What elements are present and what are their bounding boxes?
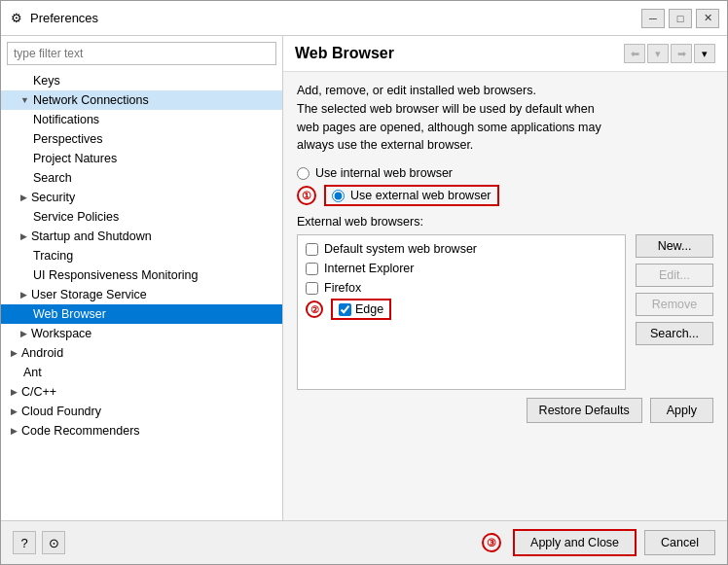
window-controls: ─ □ ✕ [641,9,719,28]
back-button[interactable]: ⬅ [624,44,645,63]
close-button[interactable]: ✕ [696,9,719,28]
new-button[interactable]: New... [636,234,713,258]
preferences-dialog: ⚙ Preferences ─ □ ✕ Keys Network [0,0,728,565]
label-default: Default system web browser [324,242,477,256]
browser-list: Default system web browser Internet Expl… [297,234,626,390]
label-edge: Edge [355,302,383,316]
tree-item-workspace[interactable]: Workspace [1,324,282,343]
help-button[interactable]: ? [13,531,36,554]
apply-button[interactable]: Apply [650,398,713,423]
browser-item-default[interactable]: Default system web browser [302,239,621,259]
radio-external-row: ① Use external web browser [297,186,713,205]
tree-item-cpp[interactable]: C/C++ [1,382,282,402]
edge-highlight: Edge [333,300,389,318]
nav-dropdown-button[interactable]: ▾ [647,44,669,63]
browser-list-container: Default system web browser Internet Expl… [297,234,626,390]
tree-item-web-browser[interactable]: Web Browser [1,304,282,324]
tree-item-network-connections[interactable]: Network Connections [1,90,282,110]
browser-section: Default system web browser Internet Expl… [297,234,713,390]
dialog-action-buttons: ③ Apply and Close Cancel [482,529,715,556]
radio-internal[interactable] [297,167,309,180]
annotation-badge-1: ① [297,186,316,205]
external-browsers-label: External web browsers: [297,215,713,229]
forward-button[interactable]: ➡ [671,44,692,63]
tree-item-ui-responsiveness[interactable]: UI Responsiveness Monitoring [1,265,282,285]
info-button[interactable]: ⊙ [42,531,65,554]
minimize-button[interactable]: ─ [641,9,665,28]
tree-scroll-container: Keys Network Connections Notifications [1,71,282,520]
tree-item-security[interactable]: Security [1,188,282,207]
title-bar: ⚙ Preferences ─ □ ✕ [1,1,727,36]
browser-action-buttons: New... Edit... Remove Search... [636,234,713,390]
tree-item-tracing[interactable]: Tracing [1,246,282,265]
label-firefox: Firefox [324,281,361,295]
description-text: Add, remove, or edit installed web brows… [297,82,713,155]
radio-internal-label[interactable]: Use internal web browser [315,166,453,180]
remove-button[interactable]: Remove [636,293,713,316]
dialog-icon: ⚙ [9,11,24,26]
tree-item-cloud-foundry[interactable]: Cloud Foundry [1,402,282,421]
checkbox-default[interactable] [306,243,318,256]
tree-area: Keys Network Connections Notifications [1,71,282,441]
checkbox-edge[interactable] [339,303,351,316]
tree-item-user-storage[interactable]: User Storage Service [1,285,282,304]
tree-item-notifications[interactable]: Notifications [1,110,282,129]
restore-defaults-button[interactable]: Restore Defaults [527,398,642,423]
tree-item-ant[interactable]: Ant [1,363,282,382]
nav-buttons: ⬅ ▾ ➡ ▾ [624,44,715,63]
radio-external-highlight: Use external web browser [326,187,497,204]
browser-item-edge[interactable]: ② Edge [302,298,621,321]
radio-external-label[interactable]: Use external web browser [350,189,491,202]
checkbox-ie[interactable] [306,263,318,275]
tree-item-android[interactable]: Android [1,343,282,363]
radio-internal-row: Use internal web browser [297,166,713,180]
right-panel: Web Browser ⬅ ▾ ➡ ▾ Add, remove, or edit… [283,36,727,520]
left-panel: Keys Network Connections Notifications [1,36,283,520]
right-panel-title: Web Browser [295,45,394,62]
tree-item-project-natures[interactable]: Project Natures [1,149,282,168]
annotation-badge-3: ③ [482,533,501,552]
maximize-button[interactable]: □ [669,9,692,28]
search-button[interactable]: Search... [636,322,713,345]
tree-item-perspectives[interactable]: Perspectives [1,129,282,149]
tree-item-service-policies[interactable]: Service Policies [1,207,282,227]
tree-item-keys[interactable]: Keys [1,71,282,90]
apply-and-close-button[interactable]: Apply and Close [513,529,637,556]
bottom-left-icons: ? ⊙ [13,531,65,554]
browser-item-firefox[interactable]: Firefox [302,278,621,298]
tree-item-search[interactable]: Search [1,168,282,188]
bottom-bar: ? ⊙ ③ Apply and Close Cancel [1,520,727,564]
secondary-actions: Restore Defaults Apply [297,398,713,423]
edit-button[interactable]: Edit... [636,264,713,287]
cancel-button[interactable]: Cancel [644,530,715,555]
radio-external[interactable] [332,190,345,202]
annotation-badge-2: ② [306,300,323,318]
right-header: Web Browser ⬅ ▾ ➡ ▾ [283,36,727,72]
dialog-title: Preferences [30,11,641,25]
checkbox-firefox[interactable] [306,282,318,295]
right-content-area: Add, remove, or edit installed web brows… [283,72,727,520]
browser-item-ie[interactable]: Internet Explorer [302,259,621,278]
tree-item-code-recommenders[interactable]: Code Recommenders [1,421,282,441]
content-area: Keys Network Connections Notifications [1,36,727,520]
filter-input[interactable] [7,42,276,65]
label-ie: Internet Explorer [324,262,414,275]
nav-menu-button[interactable]: ▾ [694,44,715,63]
tree-item-startup-shutdown[interactable]: Startup and Shutdown [1,227,282,246]
